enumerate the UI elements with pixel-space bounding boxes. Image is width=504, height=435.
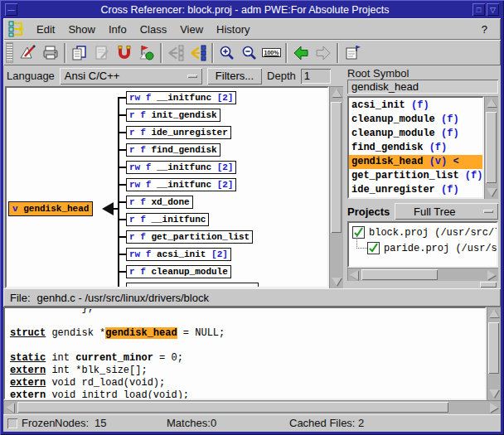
properties-icon[interactable] [341,42,363,64]
code-view[interactable]: };struct gendisk *gendisk_head = NULL;st… [3,307,487,400]
help-menu[interactable]: ? [473,21,496,38]
graph-node[interactable]: r f cleanup_module [126,265,231,278]
projects-hscroll-thumb[interactable] [361,269,438,280]
code-vscroll-thumb[interactable] [488,322,499,374]
language-label: Language [7,70,55,82]
symbol-list-scrollbar[interactable] [484,96,498,199]
filters-button[interactable]: Filters... [207,68,262,85]
annotate-icon[interactable] [90,42,113,64]
graph-node[interactable]: rw f acsi_init [2] [126,248,231,261]
scroll-up-icon[interactable] [332,89,342,97]
zoom-out-icon[interactable] [238,42,260,64]
menu-history[interactable]: History [210,21,256,38]
root-symbol-list[interactable]: acsi_init (f)cleanup_module (f)cleanup_m… [347,96,484,199]
code-vertical-scrollbar[interactable] [487,307,501,400]
graph-node[interactable]: r f __initfunc [126,213,209,226]
graph-node[interactable]: r f find_gendisk [126,143,220,157]
dye-icon[interactable] [135,42,158,64]
project-row[interactable]: paride.proj (/usr/src [367,241,498,256]
graph-node[interactable]: rw f __initfunc [2] [126,91,236,104]
project-name: block.proj (/usr/src/lin [369,227,498,239]
scroll-up-icon[interactable] [487,99,497,107]
graph-branch-line [118,114,126,116]
scroll-left-icon[interactable] [350,270,358,280]
history-back-icon[interactable] [289,42,312,64]
scroll-left-icon[interactable] [6,403,14,413]
graph-vscroll-thumb[interactable] [331,102,342,233]
symbol-list-item[interactable]: acsi_init (f) [349,99,482,113]
code-hscroll-thumb[interactable] [17,402,448,413]
current-symbol-marker: < [447,156,458,167]
symbol-list-item[interactable]: cleanup_module (f) [349,113,482,127]
hierarchy-app-icon[interactable] [8,21,28,37]
projects-tree[interactable]: block.proj (/usr/src/linparide.proj (/us… [347,221,498,268]
window-maximize-button[interactable]: □ [472,3,485,16]
collapse-graph-icon[interactable] [164,42,187,64]
menu-edit[interactable]: Edit [30,21,61,38]
scroll-up-icon[interactable] [489,309,499,317]
graph-vertical-scrollbar[interactable] [329,86,343,288]
zoom-in-icon[interactable] [216,42,238,64]
language-option-menu[interactable]: Ansi C/C++ [60,68,202,85]
nodes-label: Nodes: [55,417,89,429]
graph-node[interactable]: rw f __initfunc [2] [126,161,236,174]
scroll-right-icon[interactable] [487,270,496,280]
expand-graph-icon[interactable] [187,42,209,64]
magnet-icon[interactable] [113,42,135,64]
code-segment: struct [10,327,46,339]
symbol-list-item[interactable]: find_gendisk (f) [349,141,482,155]
symbol-kind: (v) [429,156,448,167]
left-column: Language Ansi C/C++ Filters... Depth 1 r… [3,65,343,288]
code-line [10,340,485,352]
scroll-down-icon[interactable] [332,278,342,286]
frozen-checkbox[interactable] [7,418,17,428]
symbol-list-item[interactable]: cleanup_module (f) [349,127,482,141]
menu-class[interactable]: Class [133,21,174,38]
titlebar[interactable]: — Cross Referencer: block.proj - adm PWE… [4,2,500,17]
scroll-down-icon[interactable] [489,389,499,398]
menubar: EditShowInfoClassViewHistory ? [3,18,501,40]
menu-info[interactable]: Info [102,21,133,38]
code-horizontal-scrollbar[interactable] [3,400,501,414]
project-row[interactable]: block.proj (/usr/src/lin [352,225,498,240]
project-checkbox[interactable] [367,242,380,254]
root-symbol-field[interactable]: gendisk_head [347,80,498,94]
status-bar: Frozen Nodes: 15 Matches: 0 Cached Files… [3,414,501,432]
code-segment: gendisk_head [105,327,177,339]
check-edit-icon[interactable] [17,42,39,64]
graph-pane: rw f __initfunc [2]r f init_gendiskr f i… [3,86,343,288]
graph-node[interactable]: r f xd_done [126,196,193,209]
scroll-right-icon[interactable] [490,403,498,413]
symbol-list-item[interactable]: ide_unregister (f) [349,183,482,197]
graph-node[interactable]: r f get_partition_list [126,230,253,244]
projects-horizontal-scrollbar[interactable] [347,268,498,280]
graph-canvas[interactable]: rw f __initfunc [2]r f init_gendiskr f i… [5,86,329,288]
graph-node[interactable] [126,283,259,288]
symbol-scroll-thumb[interactable] [486,112,497,183]
node-symbol-name: __initfunc [157,180,211,190]
graph-node[interactable]: r f init_gendisk [126,109,220,122]
scroll-down-icon[interactable] [487,188,497,196]
toolbar-grip-handle[interactable] [6,42,13,63]
history-forward-icon[interactable] [312,42,334,64]
code-segment: extern [10,377,46,389]
graph-node[interactable]: r f ide_unregister [126,126,231,139]
menu-view[interactable]: View [173,21,210,38]
zoom-100-icon[interactable]: 100% [260,42,283,64]
symbol-list-item[interactable]: gendisk_head (v) < [349,155,482,169]
node-symbol-name: ide_unregister [151,128,227,138]
graph-node[interactable]: rw f __initfunc [2] [126,178,236,191]
depth-field[interactable]: 1 [301,69,331,84]
matches-label: Matches: [167,417,211,429]
copy-icon[interactable] [68,42,90,64]
menu-show[interactable]: Show [61,21,102,38]
window-shade-button[interactable]: ▽ [487,3,499,16]
symbol-list-item[interactable]: get_partition_list (f) [349,169,482,183]
window-minimize-button[interactable]: — [5,3,17,16]
projects-mode-option-menu[interactable]: Full Tree [395,203,498,220]
graph-root-node[interactable]: v gendisk_head [8,201,93,216]
node-symbol-name: __initfunc [157,162,211,172]
pane-sash-handle[interactable] [480,282,497,288]
option-menu-dash-icon [483,210,493,213]
print-icon[interactable] [39,42,61,64]
